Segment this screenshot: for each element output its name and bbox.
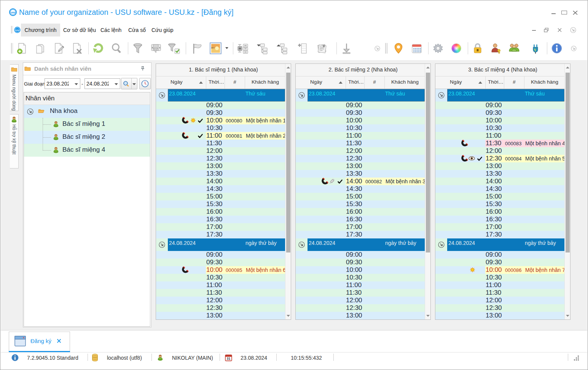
svg-text:31: 31 (227, 357, 231, 360)
svg-text:usu: usu (15, 29, 19, 31)
svg-text:usu: usu (11, 11, 15, 14)
